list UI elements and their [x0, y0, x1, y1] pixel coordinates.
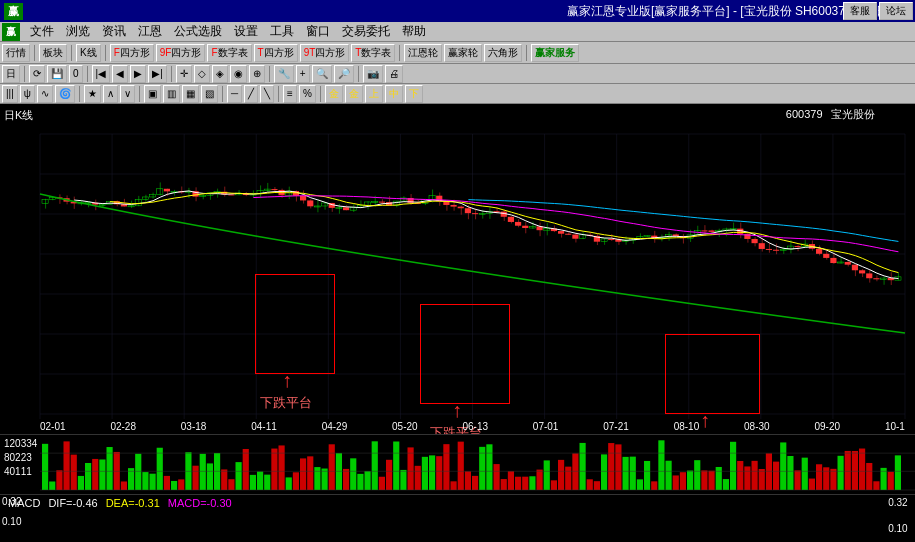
macd-y-label-1: 0.10 — [888, 523, 911, 534]
stock-chart-canvas[interactable] — [0, 104, 915, 434]
menu-trade[interactable]: 交易委托 — [336, 22, 396, 41]
macd-label: MACD — [8, 497, 40, 509]
menu-help[interactable]: 帮助 — [396, 22, 432, 41]
tb-cross[interactable]: ✛ — [176, 65, 192, 83]
tb-prev-start[interactable]: |◀ — [92, 65, 111, 83]
tb-tnum[interactable]: T数字表 — [351, 44, 395, 62]
tb-refresh[interactable]: ⟳ — [29, 65, 45, 83]
sep7 — [87, 66, 88, 82]
tb-line2[interactable]: ╱ — [244, 85, 258, 103]
sep3 — [105, 45, 106, 61]
stock-code: 600379 — [786, 108, 823, 120]
tb-9t4[interactable]: 9T四方形 — [300, 44, 350, 62]
x-label-6: 06-13 — [462, 421, 488, 432]
chart-period-label: 日K线 — [4, 109, 33, 121]
tb-winner-service[interactable]: 赢家服务 — [531, 44, 579, 62]
sep15 — [320, 86, 321, 102]
sep2 — [71, 45, 72, 61]
x-label-12: 10-1 — [885, 421, 905, 432]
menu-tools[interactable]: 工具 — [264, 22, 300, 41]
volume-area: 120334 80223 40111 — [0, 434, 915, 494]
vol-label-low: 40111 — [4, 465, 37, 479]
x-label-7: 07-01 — [533, 421, 559, 432]
menu-bar: 赢 文件 浏览 资讯 江恩 公式选股 设置 工具 窗口 交易委托 帮助 — [0, 22, 915, 42]
toolbar-3: ||| ψ ∿ 🌀 ★ ∧ ∨ ▣ ▥ ▦ ▧ ─ ╱ ╲ ≡ % 金 金 上 … — [0, 84, 915, 104]
tb-play[interactable]: ▶ — [130, 65, 146, 83]
tb-star[interactable]: ★ — [84, 85, 101, 103]
tb-draw4[interactable]: ⊕ — [249, 65, 265, 83]
title-bar: 赢 赢家江恩专业版[赢家服务平台] - [宝光股份 SH600379-169日K… — [0, 0, 915, 22]
tb-zoom-out[interactable]: 🔎 — [334, 65, 354, 83]
dif-info: DIF=-0.46 — [48, 497, 97, 509]
macd-info-row: MACD DIF=-0.46 DEA=-0.31 MACD=-0.30 — [8, 497, 232, 509]
tb-jiangen-wheel[interactable]: 江恩轮 — [404, 44, 442, 62]
toolbar-2: 日 ⟳ 💾 0 |◀ ◀ ▶ ▶| ✛ ◇ ◈ ◉ ⊕ 🔧 + 🔍 🔎 📷 🖨 — [0, 64, 915, 84]
tb-hexagon[interactable]: 六角形 — [484, 44, 522, 62]
sep11 — [79, 86, 80, 102]
menu-window[interactable]: 窗口 — [300, 22, 336, 41]
tb-sq3[interactable]: ▦ — [182, 85, 199, 103]
tb-sector[interactable]: 板块 — [39, 44, 67, 62]
menu-news[interactable]: 资讯 — [96, 22, 132, 41]
menu-browse[interactable]: 浏览 — [60, 22, 96, 41]
tb-p1[interactable]: ∧ — [103, 85, 118, 103]
tb-camera[interactable]: 📷 — [363, 65, 383, 83]
macd-y-label-0: 0.32 — [888, 497, 911, 508]
forum-button[interactable]: 论坛 — [879, 2, 913, 20]
tb-gold4[interactable]: 中 — [385, 85, 403, 103]
sep10 — [358, 66, 359, 82]
x-label-5: 05-20 — [392, 421, 418, 432]
tb-stoch[interactable]: ψ — [20, 85, 35, 103]
x-label-11: 09-20 — [814, 421, 840, 432]
macd-y-labels: 0.32 0.10 -0.10 -0.32 — [888, 495, 911, 542]
customer-service-button[interactable]: 客服 — [843, 2, 877, 20]
volume-canvas — [0, 435, 915, 495]
tb-fan[interactable]: 🌀 — [55, 85, 75, 103]
tb-prev[interactable]: ◀ — [112, 65, 128, 83]
tb-gold3[interactable]: 上 — [365, 85, 383, 103]
tb-gold1[interactable]: 金 — [325, 85, 343, 103]
tb-market[interactable]: 行情 — [2, 44, 30, 62]
tb-line1[interactable]: ─ — [227, 85, 242, 103]
tb-pct[interactable]: % — [299, 85, 316, 103]
sep8 — [171, 66, 172, 82]
tb-gold2[interactable]: 金 — [345, 85, 363, 103]
tb-day[interactable]: 日 — [2, 65, 20, 83]
tb-h3[interactable]: ||| — [2, 85, 18, 103]
tb-draw2[interactable]: ◈ — [212, 65, 228, 83]
menu-settings[interactable]: 设置 — [228, 22, 264, 41]
menu-file[interactable]: 文件 — [24, 22, 60, 41]
tb-sq2[interactable]: ▥ — [163, 85, 180, 103]
tb-f4[interactable]: F四方形 — [110, 44, 154, 62]
sep13 — [222, 86, 223, 102]
x-label-4: 04-29 — [322, 421, 348, 432]
tb-sq1[interactable]: ▣ — [144, 85, 161, 103]
x-label-2: 03-18 — [181, 421, 207, 432]
tb-winner-wheel[interactable]: 赢家轮 — [444, 44, 482, 62]
menu-formula[interactable]: 公式选股 — [168, 22, 228, 41]
tb-9f4[interactable]: 9F四方形 — [156, 44, 206, 62]
tb-save[interactable]: 💾 — [47, 65, 67, 83]
chart-container[interactable]: 日K线 600379 宝光股份 移动均线 Ma5=9.5812 Ma10=9.9… — [0, 104, 915, 434]
sep5 — [526, 45, 527, 61]
tb-t4[interactable]: T四方形 — [254, 44, 298, 62]
sep1 — [34, 45, 35, 61]
tb-gold5[interactable]: 下 — [405, 85, 423, 103]
tb-e1[interactable]: ≡ — [283, 85, 297, 103]
tb-zoom-in[interactable]: 🔍 — [312, 65, 332, 83]
tb-fnum[interactable]: F数字表 — [207, 44, 251, 62]
tb-p2[interactable]: ∨ — [120, 85, 135, 103]
x-label-8: 07-21 — [603, 421, 629, 432]
tb-draw3[interactable]: ◉ — [230, 65, 247, 83]
tb-sq4[interactable]: ▧ — [201, 85, 218, 103]
tb-draw1[interactable]: ◇ — [194, 65, 210, 83]
tb-tool1[interactable]: 🔧 — [274, 65, 294, 83]
tb-kline[interactable]: K线 — [76, 44, 101, 62]
menu-jiangen[interactable]: 江恩 — [132, 22, 168, 41]
tb-line3[interactable]: ╲ — [260, 85, 274, 103]
tb-tool2[interactable]: + — [296, 65, 310, 83]
tb-print[interactable]: 🖨 — [385, 65, 403, 83]
tb-next[interactable]: ▶| — [148, 65, 167, 83]
tb-0[interactable]: 0 — [69, 65, 83, 83]
tb-wave[interactable]: ∿ — [37, 85, 53, 103]
